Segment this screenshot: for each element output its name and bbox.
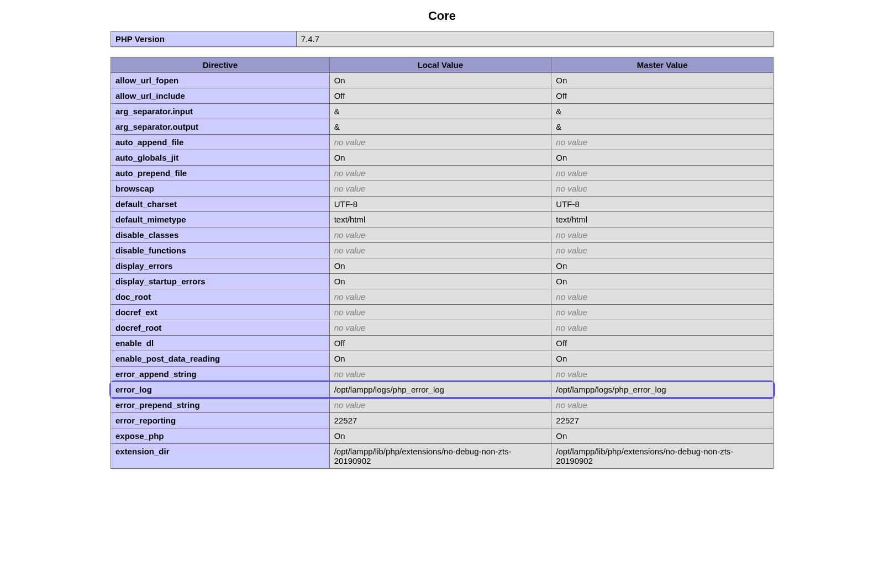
directive-name: error_prepend_string <box>111 398 330 413</box>
directive-local-value: no value <box>329 398 551 413</box>
table-row: allow_url_fopenOnOn <box>111 73 774 88</box>
table-row: docref_extno valueno value <box>111 305 774 320</box>
col-directive: Directive <box>111 57 330 73</box>
table-row: browscapno valueno value <box>111 181 774 197</box>
directive-local-value: no value <box>329 166 551 181</box>
table-row: disable_functionsno valueno value <box>111 243 774 258</box>
module-title: Core <box>110 9 774 23</box>
directive-local-value: text/html <box>329 212 551 227</box>
directive-name: expose_php <box>111 428 330 444</box>
directive-local-value: On <box>329 274 551 289</box>
directive-local-value: UTF-8 <box>329 197 551 212</box>
table-row: error_append_stringno valueno value <box>111 367 774 382</box>
directive-master-value: & <box>551 119 774 135</box>
directive-name: docref_ext <box>111 305 330 320</box>
directive-local-value: no value <box>329 305 551 320</box>
directive-local-value: On <box>329 258 551 274</box>
directive-local-value: no value <box>329 320 551 336</box>
col-local-value: Local Value <box>329 57 551 73</box>
table-row: extension_dir/opt/lampp/lib/php/extensio… <box>111 444 774 469</box>
directive-name: enable_post_data_reading <box>111 351 330 367</box>
directive-name: doc_root <box>111 289 330 305</box>
directive-master-value: /opt/lampp/logs/php_error_log <box>551 382 774 398</box>
directive-master-value: Off <box>551 336 774 351</box>
directive-master-value: no value <box>551 398 774 413</box>
directive-name: disable_functions <box>111 243 330 258</box>
directive-name: error_log <box>111 382 330 398</box>
directive-name: display_errors <box>111 258 330 274</box>
directive-master-value: & <box>551 104 774 119</box>
directive-master-value: On <box>551 258 774 274</box>
directive-local-value: On <box>329 351 551 367</box>
directive-name: error_reporting <box>111 413 330 428</box>
directive-master-value: On <box>551 73 774 88</box>
directive-local-value: Off <box>329 336 551 351</box>
directive-master-value: no value <box>551 289 774 305</box>
directives-table: Directive Local Value Master Value allow… <box>110 57 774 469</box>
directive-master-value: UTF-8 <box>551 197 774 212</box>
directive-master-value: no value <box>551 243 774 258</box>
directive-master-value: On <box>551 150 774 166</box>
directive-local-value: On <box>329 150 551 166</box>
col-master-value: Master Value <box>551 57 774 73</box>
directive-name: error_append_string <box>111 367 330 382</box>
directive-master-value: no value <box>551 135 774 150</box>
table-row: allow_url_includeOffOff <box>111 88 774 104</box>
table-row: arg_separator.input&& <box>111 104 774 119</box>
directive-local-value: On <box>329 73 551 88</box>
table-row: enable_dlOffOff <box>111 336 774 351</box>
directive-local-value: no value <box>329 181 551 197</box>
directive-local-value: no value <box>329 243 551 258</box>
directive-name: arg_separator.output <box>111 119 330 135</box>
directive-local-value: no value <box>329 289 551 305</box>
table-row: error_prepend_stringno valueno value <box>111 398 774 413</box>
php-version-table: PHP Version 7.4.7 <box>110 31 774 47</box>
table-row: doc_rootno valueno value <box>111 289 774 305</box>
table-header-row: Directive Local Value Master Value <box>111 57 774 73</box>
directive-master-value: On <box>551 351 774 367</box>
directive-local-value: no value <box>329 367 551 382</box>
directive-name: disable_classes <box>111 227 330 243</box>
directive-local-value: no value <box>329 227 551 243</box>
directive-name: auto_prepend_file <box>111 166 330 181</box>
directive-name: docref_root <box>111 320 330 336</box>
directive-name: allow_url_include <box>111 88 330 104</box>
php-version-label: PHP Version <box>111 31 297 47</box>
directive-name: allow_url_fopen <box>111 73 330 88</box>
directive-master-value: Off <box>551 88 774 104</box>
table-row: PHP Version 7.4.7 <box>111 31 774 47</box>
directive-local-value: Off <box>329 88 551 104</box>
directive-master-value: no value <box>551 320 774 336</box>
directive-name: default_mimetype <box>111 212 330 227</box>
table-row: auto_globals_jitOnOn <box>111 150 774 166</box>
directive-name: display_startup_errors <box>111 274 330 289</box>
directive-name: extension_dir <box>111 444 330 469</box>
directive-master-value: On <box>551 274 774 289</box>
table-row: display_startup_errorsOnOn <box>111 274 774 289</box>
table-row: disable_classesno valueno value <box>111 227 774 243</box>
table-row: display_errorsOnOn <box>111 258 774 274</box>
directive-local-value: /opt/lampp/logs/php_error_log <box>329 382 551 398</box>
table-row: enable_post_data_readingOnOn <box>111 351 774 367</box>
directive-local-value: /opt/lampp/lib/php/extensions/no-debug-n… <box>329 444 551 469</box>
table-row: expose_phpOnOn <box>111 428 774 444</box>
directive-name: auto_globals_jit <box>111 150 330 166</box>
table-row: docref_rootno valueno value <box>111 320 774 336</box>
directive-master-value: no value <box>551 305 774 320</box>
directive-local-value: & <box>329 104 551 119</box>
directive-name: enable_dl <box>111 336 330 351</box>
directive-master-value: no value <box>551 181 774 197</box>
table-row: default_charsetUTF-8UTF-8 <box>111 197 774 212</box>
directive-local-value: 22527 <box>329 413 551 428</box>
directive-master-value: no value <box>551 166 774 181</box>
directive-name: default_charset <box>111 197 330 212</box>
php-version-value: 7.4.7 <box>296 31 773 47</box>
table-row: arg_separator.output&& <box>111 119 774 135</box>
directive-master-value: text/html <box>551 212 774 227</box>
directive-master-value: /opt/lampp/lib/php/extensions/no-debug-n… <box>551 444 774 469</box>
table-row: default_mimetypetext/htmltext/html <box>111 212 774 227</box>
directive-master-value: no value <box>551 367 774 382</box>
directive-local-value: On <box>329 428 551 444</box>
directive-name: arg_separator.input <box>111 104 330 119</box>
table-row: auto_prepend_fileno valueno value <box>111 166 774 181</box>
